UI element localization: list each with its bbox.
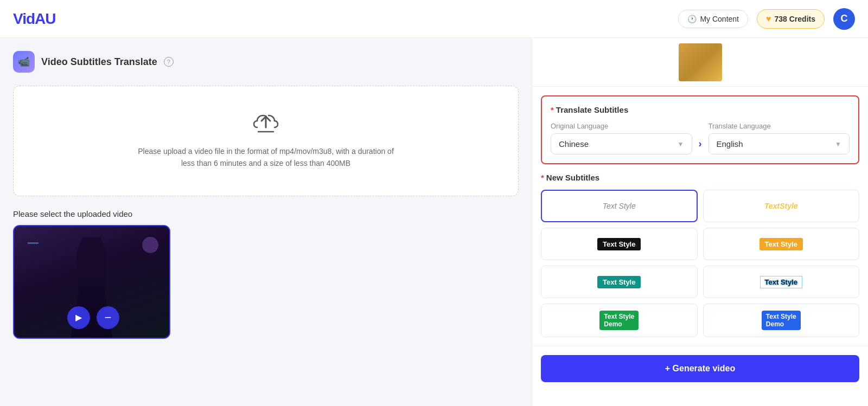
my-content-button[interactable]: 🕐 My Content (678, 10, 748, 28)
subtitles-style-grid: Text Style TextStyle Text Style Text Sty… (541, 190, 859, 337)
upload-cloud-icon (27, 112, 505, 139)
credits-button[interactable]: ♥ 738 Credits (757, 9, 825, 29)
play-button[interactable]: ▶ (67, 306, 90, 329)
avatar[interactable]: C (833, 8, 855, 30)
original-language-select[interactable]: Chinese ▼ (551, 133, 692, 154)
header: VidAU 🕐 My Content ♥ 738 Credits C (0, 0, 868, 38)
translate-section: *Translate Subtitles Original Language C… (541, 95, 859, 164)
original-language-chevron: ▼ (678, 140, 684, 148)
translate-language-value: English (717, 139, 743, 149)
style-card-teal-bg[interactable]: Text Style (541, 266, 698, 298)
generate-video-button[interactable]: + Generate video (541, 355, 859, 382)
language-row: Original Language Chinese ▼ › Translate … (551, 122, 850, 154)
subtitles-required-marker: * (541, 173, 544, 182)
style-label-green-bg: Text StyleDemo (599, 311, 639, 330)
style-label-outline: Text Style (760, 276, 802, 288)
subtitles-section: *New Subtitles Text Style TextStyle Text… (532, 173, 868, 346)
clock-icon: 🕐 (687, 15, 697, 23)
left-panel: 📹 Video Subtitles Translate ? Please upl… (0, 38, 532, 406)
style-card-yellow[interactable]: TextStyle (703, 190, 860, 222)
upload-area[interactable]: Please upload a video file in the format… (13, 86, 519, 196)
page-title-icon: 📹 (13, 51, 35, 73)
style-card-outline[interactable]: Text Style (703, 266, 860, 298)
required-marker: * (551, 105, 554, 114)
style-label-black-bg: Text Style (597, 238, 641, 250)
style-label-teal-bg: Text Style (597, 276, 641, 288)
original-language-label: Original Language (551, 122, 692, 130)
style-card-black-bg[interactable]: Text Style (541, 228, 698, 260)
main-layout: 📹 Video Subtitles Translate ? Please upl… (0, 38, 868, 406)
style-card-green-bg[interactable]: Text StyleDemo (541, 304, 698, 337)
style-label-yellow: TextStyle (764, 202, 798, 210)
header-right: 🕐 My Content ♥ 738 Credits C (678, 8, 855, 30)
original-language-value: Chinese (559, 139, 589, 149)
heart-icon: ♥ (766, 14, 771, 24)
subtitles-section-title: *New Subtitles (541, 173, 859, 182)
style-card-plain[interactable]: Text Style (541, 190, 698, 222)
style-card-blue-bg[interactable]: Text StyleDemo (703, 304, 860, 337)
light-streak (28, 242, 39, 244)
generate-btn-area: + Generate video (532, 346, 868, 391)
help-icon[interactable]: ? (164, 57, 174, 67)
preview-top (532, 38, 868, 87)
style-card-orange-bg[interactable]: Text Style (703, 228, 860, 260)
translate-language-col: Translate Language English ▼ (709, 122, 850, 154)
style-label-plain: Text Style (603, 202, 636, 210)
video-thumbnail[interactable]: ▶ − (13, 225, 170, 339)
translate-language-chevron: ▼ (835, 140, 841, 148)
original-language-col: Original Language Chinese ▼ (551, 122, 692, 154)
right-panel: *Translate Subtitles Original Language C… (532, 38, 868, 406)
logo: VidAU (13, 10, 56, 28)
credits-label: 738 Credits (775, 15, 815, 23)
remove-button[interactable]: − (97, 306, 119, 329)
video-select-label: Please select the uploaded video (13, 209, 519, 218)
translate-language-select[interactable]: English ▼ (709, 133, 850, 154)
style-label-blue-bg: Text StyleDemo (762, 311, 801, 330)
page-title: Video Subtitles Translate (41, 56, 157, 68)
video-preview-image (14, 226, 169, 338)
glow-effect (142, 237, 158, 253)
translate-section-title: *Translate Subtitles (551, 105, 850, 114)
preview-thumb (679, 43, 722, 81)
language-separator: › (697, 138, 704, 150)
style-label-orange-bg: Text Style (760, 238, 803, 250)
upload-text: Please upload a video file in the format… (130, 145, 401, 170)
page-title-row: 📹 Video Subtitles Translate ? (13, 51, 519, 73)
translate-language-label: Translate Language (709, 122, 850, 130)
my-content-label: My Content (700, 15, 739, 23)
